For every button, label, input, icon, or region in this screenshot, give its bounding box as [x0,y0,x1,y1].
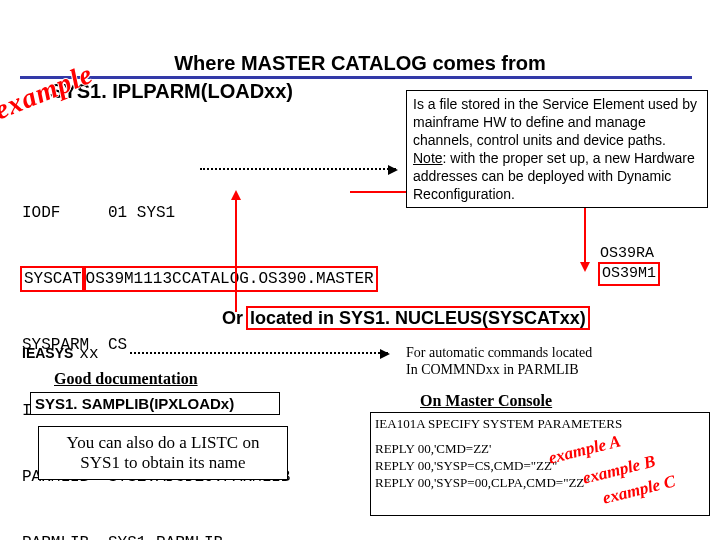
mc-reply-1: REPLY 00,'SYSP=CS,CMD="ZZ" [375,457,705,474]
listc-box: You can also do a LISTC on SYS1 to obtai… [38,426,288,480]
ipl-row-syscat: SYSCATOS39M1113CCATALOG.OS390.MASTER [22,268,344,290]
auto-cmd-1: For automatic commands located [406,344,696,361]
good-doc: Good documentation [54,370,198,388]
ipl-key: IODF [22,202,108,224]
samplib-box: SYS1. SAMPLIB(IPXLOADx) [30,392,280,415]
page-title: Where MASTER CATALOG comes from [0,52,720,75]
mc-reply-2: REPLY 00,'SYSP=00,CLPA,CMD="ZZ" [375,474,705,491]
arrow-syscat-head [580,262,590,272]
mc-header: IEA101A SPECIFY SYSTEM PARAMETERS [375,415,705,432]
arrow-iodf-to-info [200,168,396,170]
master-console-title: On Master Console [420,392,552,410]
ipl-val: 01 SYS1 [108,202,175,224]
os39-m1: OS39M1 [600,264,658,284]
os39-list: OS39RA OS39M1 [600,244,658,284]
auto-cmd-2: In COMMNDxx in PARMLIB [406,361,696,378]
arrow-ieasys-to-auto [130,352,388,354]
ieasys-xx: xx [73,345,98,363]
arrow-or-up-stem [235,198,237,312]
ieasys-label: IEASYS [22,345,73,361]
title-rule [20,76,692,79]
info1-text: Is a file stored in the Service Element … [413,96,697,148]
mc-reply-0: REPLY 00,'CMD=ZZ' [375,440,705,457]
os39-ra: OS39RA [600,244,658,264]
info1-line2: : with the proper set up, a new Hardware… [413,150,695,202]
or-line: Or located in SYS1. NUCLEUS(SYSCATxx) [222,308,588,329]
ipl-row-iodf: IODF01 SYS1 [22,202,344,224]
auto-cmd-text: For automatic commands located In COMMND… [406,344,696,378]
arrow-or-up-head [231,190,241,200]
or-rest: located in SYS1. NUCLEUS(SYSCATxx) [248,308,588,328]
ipl-val-syscat: OS39M1113CCATALOG.OS390.MASTER [84,268,376,290]
slide: Where MASTER CATALOG comes from SYS1. IP… [0,0,720,540]
master-console-box: IEA101A SPECIFY SYSTEM PARAMETERS REPLY … [370,412,710,516]
info-box-iodf: Is a file stored in the Service Element … [406,90,708,208]
ieasys-line: IEASYSxx [22,345,99,363]
ipl-key-syscat: SYSCAT [22,268,84,290]
or-word: Or [222,308,243,328]
info1-note-label: Note [413,150,443,166]
ipl-row: PARMLIBSYS1.PARMLIB [22,532,344,540]
